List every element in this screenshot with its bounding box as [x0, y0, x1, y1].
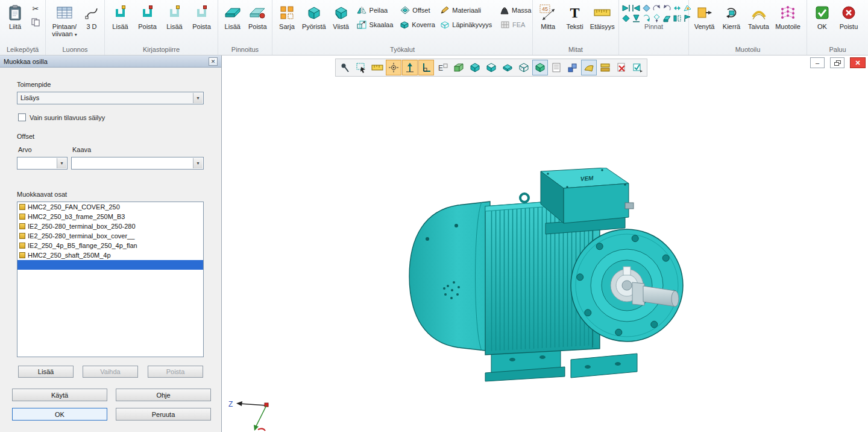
- sketch-3d-button[interactable]: 3 D: [81, 1, 102, 46]
- offset-section-label: Offset: [17, 133, 34, 140]
- material-button[interactable]: Materiaali: [438, 5, 495, 16]
- snap-vertical-icon[interactable]: [402, 60, 418, 75]
- list-item[interactable]: IE2_250-280_terminal_box_cover__: [17, 231, 203, 241]
- select-region-icon[interactable]: [353, 60, 369, 75]
- operation-select[interactable]: Lisäys ▾: [17, 92, 204, 104]
- face-tool-icon-13[interactable]: [673, 14, 682, 23]
- dialog-titlebar[interactable]: Muokkaa osilla ✕: [0, 56, 221, 68]
- mass-button[interactable]: Massa: [498, 5, 529, 16]
- face-tool-icon-11[interactable]: [652, 14, 661, 23]
- sketch-on-surface-button[interactable]: Pintaan/ viivaan ▾: [48, 1, 81, 46]
- face-tool-icon-8[interactable]: [621, 14, 631, 23]
- list-item[interactable]: IE2_250-280_terminal_box_250-280: [17, 221, 203, 231]
- scale-button[interactable]: Skaalaa: [355, 19, 396, 30]
- ok-ribbon-button[interactable]: OK: [809, 1, 835, 46]
- viewport-toolbar: E: [335, 59, 647, 77]
- distance-button[interactable]: Etäisyys: [588, 1, 617, 46]
- face-tool-icon-10[interactable]: [642, 14, 651, 23]
- mirror-button[interactable]: Peilaa: [355, 5, 396, 16]
- fillet-button[interactable]: Pyöristä: [300, 1, 329, 46]
- face-tool-icon-2[interactable]: [632, 4, 641, 13]
- library-add2-button[interactable]: Lisää: [161, 1, 188, 46]
- pattern-button[interactable]: Sarja: [274, 1, 300, 46]
- delete-icon[interactable]: [614, 60, 629, 75]
- drawer-stack-icon[interactable]: [597, 60, 613, 75]
- list-item-selected[interactable]: [17, 260, 203, 270]
- snap-perpendicular-icon[interactable]: [418, 60, 434, 75]
- library-remove2-button[interactable]: Poista: [188, 1, 215, 46]
- surface-sheet-icon[interactable]: [581, 60, 597, 75]
- slab-add-icon: [224, 2, 241, 23]
- stretch-button[interactable]: Venytä: [691, 1, 718, 46]
- offset-value-select[interactable]: ▾: [17, 157, 68, 170]
- cut-button[interactable]: ✂: [30, 3, 42, 14]
- modifying-parts-label: Muokkaavat osat: [17, 191, 67, 198]
- maximize-button[interactable]: [830, 57, 844, 68]
- ok-button[interactable]: OK: [12, 408, 107, 421]
- text-button[interactable]: T Teksti: [561, 1, 588, 46]
- surfacing-add-button[interactable]: Lisää: [220, 1, 245, 46]
- rotate-button[interactable]: Kierrä: [718, 1, 745, 46]
- ribbon-group-tools: Sarja Pyöristä Viistä Peilaa: [272, 0, 533, 55]
- restore-icon: [834, 60, 841, 66]
- list-item[interactable]: HMC2_250_FAN_COVER_250: [17, 202, 203, 212]
- formula-label: Kaava: [72, 146, 91, 153]
- motor-model[interactable]: VEM: [401, 168, 684, 383]
- add-part-button[interactable]: Lisää: [18, 366, 74, 378]
- chamfer-button[interactable]: Viistä: [329, 1, 354, 46]
- list-item[interactable]: HMC2_250_shaft_250M_4p: [17, 250, 203, 260]
- group-label-shaping: Muotoilu: [689, 46, 807, 55]
- copy-button[interactable]: [30, 17, 42, 28]
- hollow-button[interactable]: Koverra: [398, 19, 435, 30]
- face-tool-icon-1[interactable]: [621, 4, 631, 13]
- blue-blocks-icon[interactable]: [565, 60, 580, 75]
- surfacing-remove-button[interactable]: Poista: [245, 1, 271, 46]
- open-box-icon[interactable]: [483, 60, 499, 75]
- operation-value: Lisäys: [20, 94, 39, 101]
- exit-button[interactable]: Poistu: [835, 1, 862, 46]
- measure-icon[interactable]: [370, 60, 385, 75]
- viewport-3d[interactable]: E – ✕: [222, 56, 868, 432]
- ribbon-group-faces: Pinnat: [619, 0, 689, 55]
- group-label-tools: Työkalut: [272, 46, 532, 55]
- apply-button[interactable]: Käytä: [12, 389, 107, 401]
- transparency-button[interactable]: Läpinäkyvyys: [438, 19, 495, 30]
- dimension-button[interactable]: 45 Mitta: [535, 1, 561, 46]
- close-button[interactable]: ✕: [850, 57, 866, 68]
- keep-largest-volume-label: Vain suurin tilavuus säilyy: [30, 114, 105, 121]
- confirm-select-icon[interactable]: [630, 60, 646, 75]
- offset-formula-select[interactable]: ▾: [71, 157, 204, 170]
- paste-button[interactable]: Liitä: [2, 1, 28, 46]
- pick-element-icon[interactable]: E: [435, 60, 450, 75]
- face-green-icon[interactable]: [451, 60, 467, 75]
- library-add-button[interactable]: Lisää: [107, 1, 134, 46]
- face-tool-icon-3[interactable]: [642, 4, 651, 13]
- solid-box-icon[interactable]: [467, 60, 483, 75]
- face-tool-icon-9[interactable]: [632, 14, 641, 23]
- keep-largest-volume-checkbox[interactable]: [18, 113, 26, 121]
- shaded-box-selected-icon[interactable]: [532, 60, 548, 75]
- face-tool-icon-6[interactable]: [673, 4, 682, 13]
- help-button[interactable]: Ohje: [116, 389, 211, 401]
- bend-button[interactable]: Taivuta: [745, 1, 772, 46]
- pin-icon[interactable]: [337, 60, 353, 75]
- offset-button[interactable]: Offset: [398, 5, 435, 16]
- cancel-button[interactable]: Peruuta: [116, 408, 211, 421]
- feature-list-icon[interactable]: [549, 60, 564, 75]
- slab-remove-icon: [249, 2, 266, 23]
- copy-icon: [31, 18, 40, 28]
- wireframe-box-icon[interactable]: [516, 60, 532, 75]
- shape-button[interactable]: Muotoile: [772, 1, 804, 46]
- list-item[interactable]: HMC2_250_b3_frame_250M_B3: [17, 212, 203, 221]
- thin-box-icon[interactable]: [500, 60, 515, 75]
- list-item[interactable]: IE2_250_4p_B5_flange_250_4p_flan: [17, 241, 203, 250]
- dialog-close-button[interactable]: ✕: [209, 57, 218, 66]
- face-tool-icon-4[interactable]: [652, 4, 661, 13]
- face-tool-icon-12[interactable]: [662, 14, 671, 23]
- dropdown-arrow-icon: ▾: [75, 32, 77, 37]
- face-tool-icon-5[interactable]: [662, 4, 671, 13]
- minimize-button[interactable]: –: [810, 57, 825, 68]
- snap-center-icon[interactable]: [386, 60, 401, 75]
- modifying-parts-list[interactable]: HMC2_250_FAN_COVER_250 HMC2_250_b3_frame…: [17, 202, 204, 357]
- library-remove-button[interactable]: Poista: [134, 1, 161, 46]
